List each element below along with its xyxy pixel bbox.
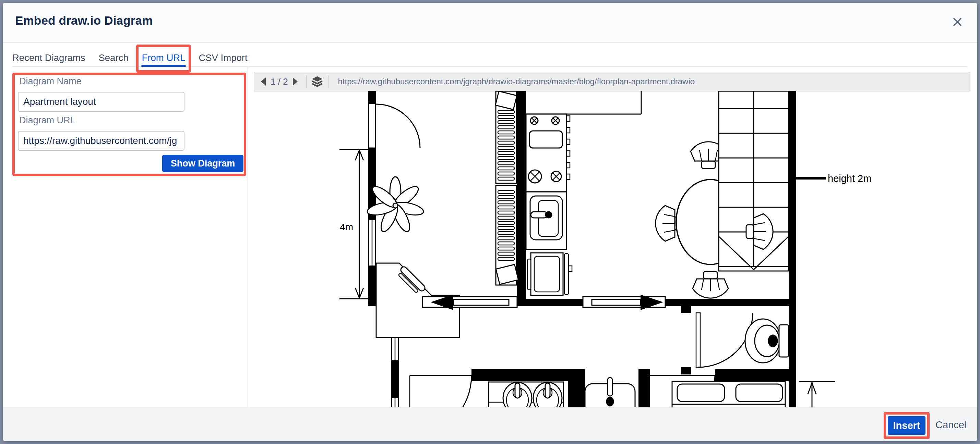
next-page-icon (291, 77, 299, 86)
diagram-url-input[interactable] (18, 131, 185, 151)
height-label: height 2m (828, 173, 871, 184)
dimension-4m-label: 4m (340, 222, 353, 232)
preview-toolbar: 1 / 2 https://raw.githubusercontent.com/… (254, 72, 970, 91)
next-page-button[interactable] (290, 75, 301, 89)
close-button[interactable] (949, 14, 966, 30)
annotation-box-insert: Insert (884, 412, 930, 439)
show-diagram-button[interactable]: Show Diagram (162, 155, 243, 172)
layers-icon (311, 75, 323, 88)
diagram-name-label: Diagram Name (19, 76, 82, 87)
height-callout: height 2m (796, 173, 871, 184)
page-indicator: 1 / 2 (270, 76, 288, 87)
kitchen-appliance (527, 253, 572, 295)
bed (672, 381, 785, 408)
diagram-source-url: https://raw.githubusercontent.com/jgraph… (338, 77, 695, 86)
tab-csv-import[interactable]: CSV Import (199, 51, 247, 67)
layers-button[interactable] (311, 75, 323, 89)
entry-door (369, 103, 420, 148)
tab-bar: Recent Diagrams Search From URL CSV Impo… (12, 51, 248, 67)
previous-page-icon (259, 77, 267, 86)
dialog-footer (3, 408, 977, 441)
tab-from-url[interactable]: From URL (142, 51, 186, 67)
tab-recent-diagrams[interactable]: Recent Diagrams (12, 51, 85, 67)
tab-label: From URL (142, 52, 186, 63)
toolbar-separator (306, 75, 307, 88)
embed-diagram-dialog: Embed draw.io Diagram Recent Diagrams Se… (3, 3, 977, 441)
dialog-title: Embed draw.io Diagram (15, 14, 153, 27)
floorplan-preview: 4m (254, 91, 976, 408)
close-icon (952, 17, 963, 27)
dimension-bottom-right (799, 382, 835, 408)
bathroom-sinks (488, 382, 563, 408)
bottom-left-room (410, 376, 471, 408)
tab-label: CSV Import (199, 52, 247, 63)
previous-page-button[interactable] (258, 75, 269, 89)
active-tab-underline (141, 65, 186, 67)
diagram-url-label: Diagram URL (19, 115, 75, 126)
kitchen (526, 91, 641, 295)
panel-preview-divider (248, 67, 248, 408)
wardrobe (495, 91, 519, 285)
dimension-4m: 4m (339, 149, 368, 299)
tab-label: Search (99, 52, 128, 63)
cancel-button[interactable]: Cancel (935, 415, 966, 434)
toolbar-separator (328, 75, 328, 88)
insert-button[interactable]: Insert (888, 416, 926, 435)
diagram-name-input[interactable] (18, 92, 185, 112)
toilet-room (696, 313, 789, 367)
bathtub (585, 377, 635, 408)
tab-label: Recent Diagrams (12, 52, 85, 63)
tab-search[interactable]: Search (99, 51, 128, 67)
